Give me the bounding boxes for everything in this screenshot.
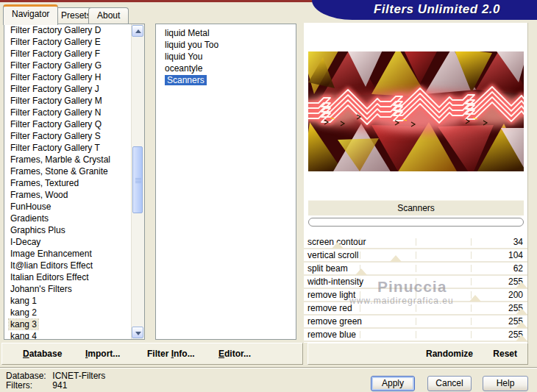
filters-unlimited-window: Filters Unlimited 2.0 Navigator Presets … bbox=[0, 0, 537, 392]
scrollbar-thumb[interactable] bbox=[132, 146, 143, 213]
slider-thumb[interactable] bbox=[332, 242, 344, 249]
slider-row[interactable]: split beam62 bbox=[304, 263, 527, 276]
menu-item-import[interactable]: Import... bbox=[85, 349, 120, 359]
category-item[interactable]: kang 1 bbox=[4, 295, 144, 307]
category-item[interactable]: Filter Factory Gallery G bbox=[4, 60, 144, 71]
filter-preview-image bbox=[308, 51, 524, 171]
filter-item[interactable]: liquid Metal bbox=[165, 27, 296, 39]
filter-list[interactable]: liquid Metalliquid you Tooliquid Youocea… bbox=[155, 24, 296, 340]
category-item[interactable]: I-Decay bbox=[4, 236, 144, 248]
scroll-up-icon bbox=[135, 29, 141, 33]
apply-button[interactable]: Apply bbox=[371, 376, 415, 391]
category-item[interactable]: Frames, Wood bbox=[4, 189, 144, 201]
cancel-button[interactable]: Cancel bbox=[427, 376, 472, 391]
category-item[interactable]: Italian Editors Effect bbox=[4, 271, 144, 283]
slider-thumb[interactable] bbox=[469, 295, 481, 302]
category-item[interactable]: Filter Factory Gallery H bbox=[4, 71, 144, 83]
app-title-banner: Filters Unlimited 2.0 bbox=[312, 0, 537, 20]
category-items: Filter Factory Gallery DFilter Factory G… bbox=[4, 24, 144, 340]
scrollbar-grip-icon bbox=[135, 178, 141, 183]
category-item[interactable]: Filter Factory Gallery E bbox=[4, 36, 144, 48]
scroll-down-icon bbox=[135, 332, 141, 335]
command-bar-right: RandomizeReset bbox=[307, 343, 528, 365]
menu-item-randomize[interactable]: Randomize bbox=[426, 349, 473, 359]
slider-row[interactable]: remove green255 bbox=[304, 316, 527, 329]
filter-item[interactable]: oceantyle bbox=[165, 63, 296, 74]
category-item[interactable]: Filter Factory Gallery Q bbox=[4, 118, 144, 130]
bottom-divider bbox=[0, 367, 537, 368]
command-bar-left: DatabaseImport...Filter Info...Editor... bbox=[1, 343, 303, 365]
filter-item[interactable]: liquid You bbox=[165, 51, 296, 63]
filter-item[interactable]: Scanners bbox=[165, 74, 296, 86]
category-item[interactable]: Gradients bbox=[4, 213, 144, 224]
slider-label: width-intensity bbox=[307, 276, 363, 288]
scrollbar[interactable] bbox=[131, 24, 144, 339]
status-area: Database: ICNET-Filters Filters: 941 bbox=[6, 371, 105, 391]
selected-filter-header: Scanners bbox=[308, 200, 524, 215]
category-item[interactable]: Frames, Stone & Granite bbox=[4, 165, 144, 177]
category-item[interactable]: Filter Factory Gallery N bbox=[4, 107, 144, 118]
category-item[interactable]: kang 3 bbox=[4, 318, 144, 330]
tab-navigator[interactable]: Navigator bbox=[3, 4, 58, 25]
slider-thumb[interactable] bbox=[516, 308, 527, 315]
category-item[interactable]: It@lian Editors Effect bbox=[4, 260, 144, 271]
slider-value: 200 bbox=[508, 289, 523, 301]
category-item[interactable]: Filter Factory Gallery M bbox=[4, 95, 144, 107]
scroll-down-button[interactable] bbox=[132, 327, 143, 338]
category-item[interactable]: Filter Factory Gallery D bbox=[4, 24, 144, 36]
slider-label: remove green bbox=[307, 316, 362, 327]
menu-item-editor[interactable]: Editor... bbox=[218, 349, 251, 359]
category-item[interactable]: Filter Factory Gallery T bbox=[4, 142, 144, 154]
category-item[interactable]: kang 2 bbox=[4, 307, 144, 318]
slider-label: remove red bbox=[307, 302, 352, 314]
category-item[interactable]: Frames, Textured bbox=[4, 177, 144, 189]
help-button[interactable]: Help bbox=[483, 376, 528, 391]
status-filters-label: Filters: bbox=[6, 381, 50, 391]
menu-item-database[interactable]: Database bbox=[23, 349, 62, 359]
slider-label: remove blue bbox=[307, 329, 356, 341]
menu-item-reset[interactable]: Reset bbox=[493, 349, 517, 359]
progress-bar bbox=[308, 218, 524, 227]
category-item[interactable]: Image Enhancement bbox=[4, 248, 144, 260]
category-item[interactable]: FunHouse bbox=[4, 201, 144, 213]
preview-panel: Scanners screen contour34vertical scroll… bbox=[304, 23, 528, 343]
status-filters-value: 941 bbox=[52, 380, 67, 391]
slider-value: 104 bbox=[508, 249, 523, 261]
status-filters-row: Filters: 941 bbox=[6, 381, 105, 391]
category-item[interactable]: Filter Factory Gallery F bbox=[4, 48, 144, 60]
watermark-line2: www.maidiregrafica.eu bbox=[349, 296, 454, 306]
category-item[interactable]: Filter Factory Gallery J bbox=[4, 83, 144, 95]
slider-label: vertical scroll bbox=[307, 249, 358, 261]
category-item[interactable]: Frames, Marble & Crystal bbox=[4, 154, 144, 165]
slider-thumb[interactable] bbox=[516, 335, 527, 341]
watermark-line1: Pinuccia bbox=[377, 278, 447, 296]
slider-thumb[interactable] bbox=[355, 268, 367, 275]
menu-item-filter-info[interactable]: Filter Info... bbox=[147, 349, 195, 359]
category-item[interactable]: Filter Factory Gallery S bbox=[4, 130, 144, 142]
tab-about[interactable]: About bbox=[88, 7, 129, 24]
category-item[interactable]: Graphics Plus bbox=[4, 224, 144, 236]
slider-label: split beam bbox=[307, 263, 348, 274]
slider-label: remove light bbox=[307, 289, 355, 301]
slider-thumb[interactable] bbox=[516, 321, 527, 328]
slider-value: 34 bbox=[513, 236, 523, 248]
category-item[interactable]: kang 4 bbox=[4, 330, 144, 340]
slider-value: 62 bbox=[513, 263, 523, 274]
slider-row[interactable]: remove blue255 bbox=[304, 329, 527, 342]
category-list[interactable]: Filter Factory Gallery DFilter Factory G… bbox=[4, 24, 145, 340]
slider-thumb[interactable] bbox=[390, 255, 402, 262]
scroll-up-button[interactable] bbox=[132, 25, 143, 37]
status-database-value: ICNET-Filters bbox=[52, 371, 105, 381]
slider-thumb[interactable] bbox=[516, 282, 527, 288]
slider-row[interactable]: vertical scroll104 bbox=[304, 249, 527, 263]
filter-item[interactable]: liquid you Too bbox=[165, 39, 296, 51]
category-item[interactable]: Johann's Filters bbox=[4, 283, 144, 295]
slider-row[interactable]: screen contour34 bbox=[304, 236, 527, 249]
